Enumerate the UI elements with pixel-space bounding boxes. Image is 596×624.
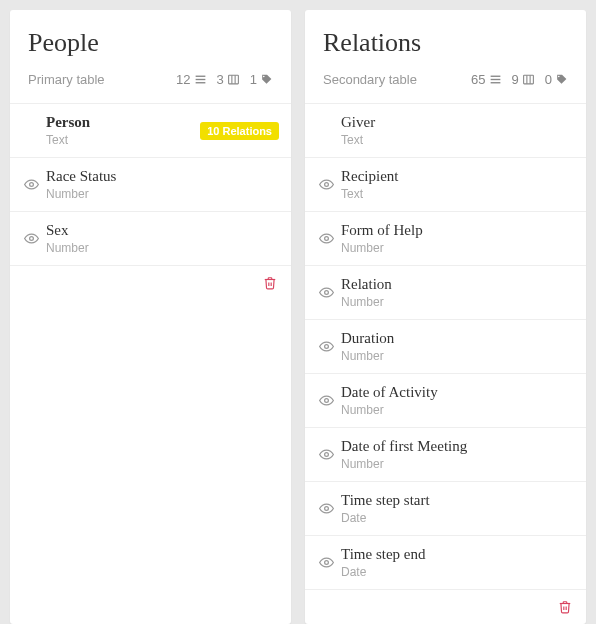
rows-count: 65 — [471, 72, 501, 87]
field-name: Race Status — [46, 168, 279, 185]
field-type: Date — [341, 565, 574, 579]
card-title: Relations — [323, 28, 568, 58]
relations-badge[interactable]: 10 Relations — [200, 122, 279, 140]
svg-point-18 — [325, 399, 329, 403]
svg-point-21 — [325, 561, 329, 565]
field-row[interactable]: DurationNumber — [305, 320, 586, 374]
visibility-toggle[interactable] — [319, 501, 341, 516]
field-text: GiverText — [341, 114, 574, 147]
field-name: Relation — [341, 276, 574, 293]
field-text: Form of HelpNumber — [341, 222, 574, 255]
table-card: PeoplePrimary table1231PersonText10 Rela… — [10, 10, 291, 624]
svg-point-17 — [325, 345, 329, 349]
visibility-toggle[interactable] — [319, 447, 341, 462]
card-subtitle: Primary table — [28, 72, 105, 87]
field-type: Number — [46, 241, 279, 255]
field-name: Sex — [46, 222, 279, 239]
visibility-toggle[interactable] — [24, 231, 46, 246]
visibility-toggle[interactable] — [319, 393, 341, 408]
card-footer — [305, 590, 586, 624]
field-name: Time step start — [341, 492, 574, 509]
field-row[interactable]: PersonText10 Relations — [10, 104, 291, 158]
svg-point-15 — [325, 237, 329, 241]
field-type: Number — [341, 403, 574, 417]
field-text: Time step startDate — [341, 492, 574, 525]
field-row[interactable]: SexNumber — [10, 212, 291, 266]
field-list: GiverTextRecipientTextForm of HelpNumber… — [305, 103, 586, 590]
cols-count-value: 3 — [217, 72, 224, 87]
counts: 1231 — [176, 72, 273, 87]
card-header: RelationsSecondary table6590 — [305, 10, 586, 103]
field-name: Time step end — [341, 546, 574, 563]
table-card: RelationsSecondary table6590GiverTextRec… — [305, 10, 586, 624]
field-text: RecipientText — [341, 168, 574, 201]
tags-count: 0 — [545, 72, 568, 87]
field-row[interactable]: RecipientText — [305, 158, 586, 212]
tags-count: 1 — [250, 72, 273, 87]
eye-icon — [319, 231, 334, 246]
card-header: PeoplePrimary table1231 — [10, 10, 291, 103]
card-subtitle: Secondary table — [323, 72, 417, 87]
field-name: Date of first Meeting — [341, 438, 574, 455]
card-title: People — [28, 28, 273, 58]
field-text: Date of ActivityNumber — [341, 384, 574, 417]
field-type: Text — [46, 133, 200, 147]
columns-icon — [522, 73, 535, 86]
visibility-toggle[interactable] — [319, 177, 341, 192]
card-footer — [10, 266, 291, 300]
field-row[interactable]: Date of ActivityNumber — [305, 374, 586, 428]
field-name: Person — [46, 114, 200, 131]
field-row[interactable]: GiverText — [305, 104, 586, 158]
cols-count: 3 — [217, 72, 240, 87]
cols-count: 9 — [512, 72, 535, 87]
svg-point-16 — [325, 291, 329, 295]
field-type: Number — [341, 295, 574, 309]
trash-icon — [263, 276, 277, 290]
field-type: Text — [341, 187, 574, 201]
visibility-toggle[interactable] — [319, 339, 341, 354]
svg-point-20 — [325, 507, 329, 511]
field-row[interactable]: Time step startDate — [305, 482, 586, 536]
delete-button[interactable] — [263, 276, 277, 290]
rows-count-value: 12 — [176, 72, 190, 87]
rows-count-value: 65 — [471, 72, 485, 87]
field-row[interactable]: Race StatusNumber — [10, 158, 291, 212]
list-icon — [489, 73, 502, 86]
field-text: DurationNumber — [341, 330, 574, 363]
field-list: PersonText10 RelationsRace StatusNumberS… — [10, 103, 291, 266]
eye-icon — [319, 339, 334, 354]
field-type: Text — [341, 133, 574, 147]
cols-count-value: 9 — [512, 72, 519, 87]
eye-icon — [319, 393, 334, 408]
delete-button[interactable] — [558, 600, 572, 614]
visibility-toggle[interactable] — [319, 555, 341, 570]
columns-icon — [227, 73, 240, 86]
field-row[interactable]: Time step endDate — [305, 536, 586, 590]
field-name: Recipient — [341, 168, 574, 185]
visibility-toggle[interactable] — [319, 231, 341, 246]
field-row[interactable]: Form of HelpNumber — [305, 212, 586, 266]
svg-point-14 — [325, 183, 329, 187]
tags-count-value: 1 — [250, 72, 257, 87]
svg-point-19 — [325, 453, 329, 457]
field-text: PersonText — [46, 114, 200, 147]
visibility-toggle[interactable] — [24, 177, 46, 192]
field-row[interactable]: RelationNumber — [305, 266, 586, 320]
field-name: Duration — [341, 330, 574, 347]
svg-rect-3 — [228, 75, 238, 84]
field-row[interactable]: Date of first MeetingNumber — [305, 428, 586, 482]
field-text: Date of first MeetingNumber — [341, 438, 574, 471]
eye-icon — [319, 177, 334, 192]
field-text: Time step endDate — [341, 546, 574, 579]
svg-point-6 — [30, 183, 34, 187]
field-type: Date — [341, 511, 574, 525]
eye-icon — [24, 231, 39, 246]
visibility-toggle[interactable] — [319, 285, 341, 300]
rows-count: 12 — [176, 72, 206, 87]
field-text: SexNumber — [46, 222, 279, 255]
counts: 6590 — [471, 72, 568, 87]
eye-icon — [319, 447, 334, 462]
eye-icon — [24, 177, 39, 192]
svg-rect-11 — [523, 75, 533, 84]
list-icon — [194, 73, 207, 86]
